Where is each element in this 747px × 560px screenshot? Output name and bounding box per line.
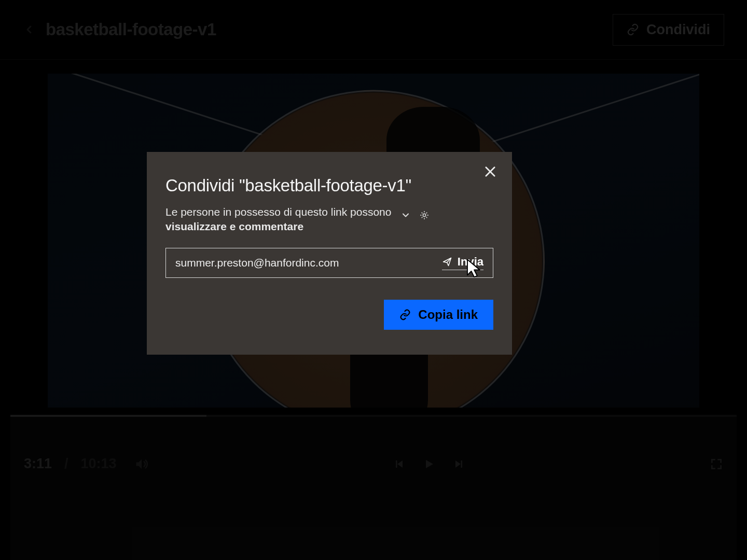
- send-button-label: Invia: [458, 255, 483, 269]
- copy-link-button[interactable]: Copia link: [384, 300, 493, 330]
- share-modal: Condividi "basketball-footage-v1" Le per…: [147, 152, 512, 355]
- paper-plane-icon: [442, 257, 452, 267]
- modal-title: Condividi "basketball-footage-v1": [165, 176, 493, 195]
- email-field[interactable]: [175, 257, 436, 269]
- gear-icon[interactable]: [419, 210, 430, 220]
- svg-point-7: [423, 214, 426, 216]
- permission-value: visualizzare e commentare: [165, 219, 391, 234]
- close-icon[interactable]: [483, 164, 497, 179]
- send-button[interactable]: Invia: [442, 255, 483, 270]
- email-input-container: Invia: [165, 248, 493, 278]
- copy-link-label: Copia link: [418, 307, 478, 322]
- permission-prefix: Le persone in possesso di questo link po…: [165, 206, 391, 218]
- link-icon: [399, 309, 411, 320]
- permission-text: Le persone in possesso di questo link po…: [165, 205, 391, 234]
- chevron-down-icon[interactable]: [400, 210, 411, 220]
